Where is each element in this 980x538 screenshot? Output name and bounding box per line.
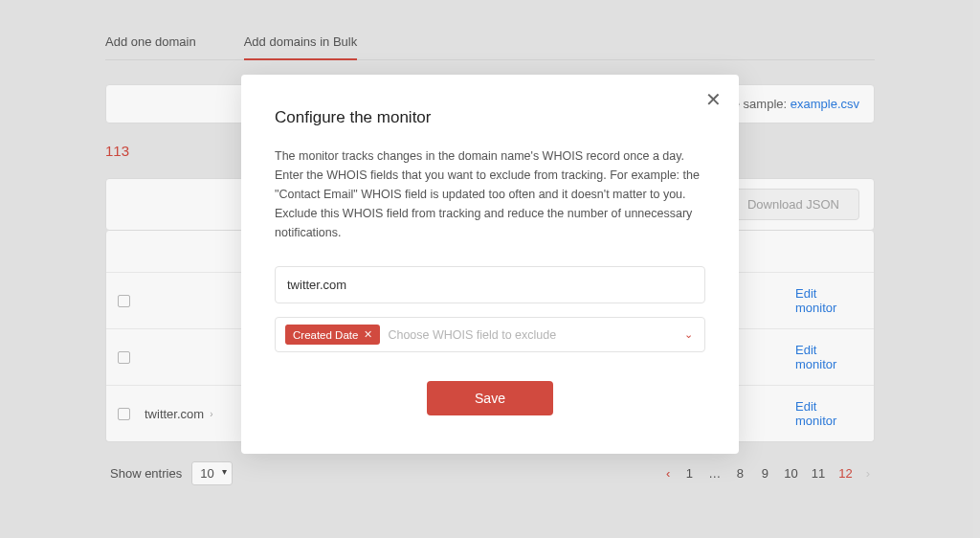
modal-description: The monitor tracks changes in the domain… [275,146,705,242]
chip-created-date: Created Date ✕ [285,325,380,345]
domain-input[interactable] [275,266,705,303]
chevron-down-icon: ⌄ [684,328,693,341]
close-icon[interactable]: ✕ [705,90,722,109]
modal-overlay: ✕ Configure the monitor The monitor trac… [0,0,980,538]
chip-remove-icon[interactable]: ✕ [364,328,372,341]
save-button[interactable]: Save [427,381,553,415]
whois-exclude-select[interactable]: Created Date ✕ Choose WHOIS field to exc… [275,317,705,352]
configure-monitor-modal: ✕ Configure the monitor The monitor trac… [241,75,739,454]
select-placeholder: Choose WHOIS field to exclude [388,328,556,342]
chip-label: Created Date [293,329,358,341]
modal-title: Configure the monitor [275,108,705,127]
